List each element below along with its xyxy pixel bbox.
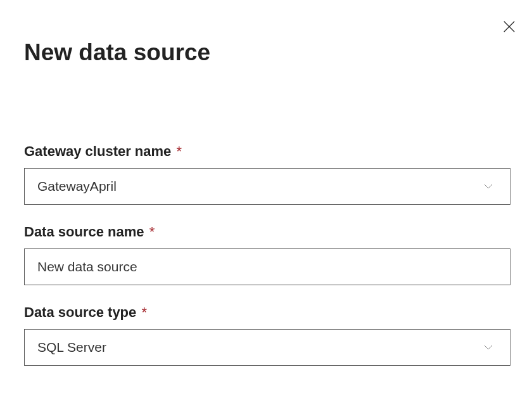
field-data-source-type: Data source type * SQL Server (24, 304, 510, 366)
close-button[interactable] (500, 19, 518, 37)
data-source-name-label-text: Data source name (24, 224, 144, 240)
data-source-name-input[interactable] (24, 248, 510, 285)
page-title: New data source (24, 39, 532, 66)
close-icon (502, 20, 516, 36)
gateway-cluster-value: GatewayApril (37, 179, 117, 194)
data-source-type-label: Data source type * (24, 304, 510, 321)
gateway-cluster-label: Gateway cluster name * (24, 143, 510, 160)
gateway-cluster-dropdown[interactable]: GatewayApril (24, 168, 510, 205)
chevron-down-icon (482, 180, 495, 193)
data-source-type-dropdown[interactable]: SQL Server (24, 329, 510, 366)
field-data-source-name: Data source name * (24, 224, 510, 285)
gateway-cluster-label-text: Gateway cluster name (24, 143, 171, 159)
form: Gateway cluster name * GatewayApril Data… (24, 143, 510, 366)
chevron-down-icon (482, 341, 495, 354)
data-source-name-label: Data source name * (24, 224, 510, 240)
required-star: * (176, 143, 182, 159)
required-star: * (141, 304, 147, 320)
field-gateway-cluster: Gateway cluster name * GatewayApril (24, 143, 510, 205)
required-star: * (149, 224, 155, 240)
data-source-type-value: SQL Server (37, 340, 106, 355)
data-source-type-label-text: Data source type (24, 304, 136, 320)
